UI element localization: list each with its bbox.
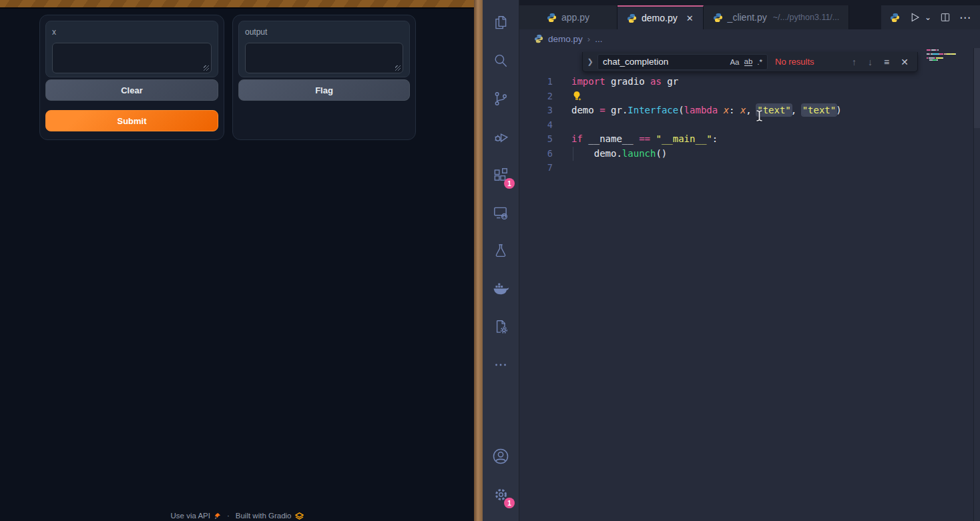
whole-word-icon[interactable]: ab: [744, 57, 753, 66]
scrollbar-track[interactable]: [973, 48, 980, 521]
input-textarea[interactable]: [52, 43, 212, 73]
run-and-debug-icon[interactable]: [485, 121, 517, 153]
window-divider[interactable]: [474, 0, 483, 521]
clear-button[interactable]: Clear: [45, 79, 218, 101]
resize-handle-icon[interactable]: [204, 65, 209, 71]
footer-dot: ·: [227, 512, 230, 520]
match-case-icon[interactable]: Aa: [730, 58, 739, 66]
gradio-interface: x Clear Submit output Flag: [39, 15, 416, 140]
input-label: x: [52, 27, 212, 37]
split-editor-icon[interactable]: [940, 12, 951, 23]
tab-client-py[interactable]: _client.py ~/.../python3.11/...: [704, 5, 850, 29]
use-via-api-label: Use via API: [170, 512, 210, 520]
line-number: 4: [519, 118, 553, 133]
code-line[interactable]: 4: [519, 118, 972, 133]
line-number: 7: [519, 161, 553, 175]
tab-close-icon[interactable]: ✕: [686, 13, 694, 23]
code-line[interactable]: 2: [519, 89, 972, 104]
python-file-icon: [713, 13, 723, 23]
regex-icon[interactable]: .*: [757, 58, 762, 66]
explorer-icon[interactable]: [485, 7, 517, 39]
code-line[interactable]: 5if __name__ == "__main__":: [519, 132, 972, 147]
output-column-group: output Flag: [232, 15, 416, 140]
editor-actions: ⌄ ⋯: [881, 5, 980, 29]
find-results-text: No results: [775, 57, 814, 67]
close-find-icon[interactable]: ✕: [901, 57, 909, 67]
breadcrumb[interactable]: demo.py › ...: [519, 29, 980, 48]
progress-stripe-bar: [0, 0, 474, 9]
find-nav: ↑ ↓ ≡ ✕: [852, 57, 917, 67]
line-number: 1: [519, 75, 553, 89]
previous-match-icon[interactable]: ↑: [852, 57, 856, 67]
code-line[interactable]: 3demo = gr.Interface(lambda x: x, "text"…: [519, 103, 972, 118]
settings-badge: 1: [504, 498, 515, 508]
line-number: 3: [519, 103, 553, 118]
more-views-icon[interactable]: [485, 349, 517, 381]
toggle-replace-chevron-icon[interactable]: ❯: [583, 57, 597, 66]
remote-explorer-icon[interactable]: [485, 197, 517, 229]
line-number: 2: [519, 89, 553, 104]
python-file-icon: [534, 34, 543, 43]
tab-description: ~/.../python3.11/...: [773, 13, 840, 22]
run-button[interactable]: [909, 11, 921, 23]
find-input[interactable]: chat_completion Aa ab .*: [597, 54, 768, 70]
built-with-gradio-link[interactable]: Built with Gradio: [236, 512, 304, 520]
line-number: 6: [519, 147, 553, 161]
api-rocket-icon: [214, 512, 221, 520]
next-match-icon[interactable]: ↓: [868, 57, 873, 67]
python-interpreter-icon[interactable]: [890, 13, 900, 23]
find-query-text: chat_completion: [603, 57, 725, 67]
activity-bar: 1 1: [483, 0, 519, 521]
gradio-footer: Use via API · Built with Gradio: [0, 512, 474, 520]
flag-button[interactable]: Flag: [238, 79, 410, 101]
built-with-gradio-label: Built with Gradio: [236, 512, 292, 520]
vscode-window: 1 1 app.py: [483, 0, 980, 521]
code-editor[interactable]: ❯ chat_completion Aa ab .* No results ↑ …: [519, 48, 980, 521]
breadcrumb-file[interactable]: demo.py: [548, 34, 583, 44]
output-textarea[interactable]: [245, 43, 403, 73]
tab-app-py[interactable]: app.py: [519, 5, 618, 29]
use-via-api-link[interactable]: Use via API: [170, 512, 220, 520]
source-control-icon[interactable]: [485, 83, 517, 115]
settings-gear-icon[interactable]: 1: [485, 478, 517, 510]
gradio-app-pane: x Clear Submit output Flag Use via API ·: [0, 0, 474, 521]
breadcrumb-more[interactable]: ...: [595, 34, 602, 44]
code-line[interactable]: 1import gradio as gr: [519, 75, 972, 89]
tab-label: demo.py: [642, 13, 678, 23]
submit-button[interactable]: Submit: [45, 110, 218, 131]
task-runner-icon[interactable]: [485, 311, 517, 343]
lightbulb-icon[interactable]: [571, 91, 582, 101]
more-actions-icon[interactable]: ⋯: [959, 11, 971, 25]
extensions-icon[interactable]: 1: [485, 159, 517, 191]
resize-handle-icon[interactable]: [395, 65, 401, 71]
code-line[interactable]: 6 demo.launch(): [519, 147, 972, 161]
python-file-icon: [547, 13, 557, 23]
run-dropdown-chevron-icon[interactable]: ⌄: [925, 13, 931, 22]
breadcrumb-separator: ›: [587, 34, 590, 44]
testing-beaker-icon[interactable]: [485, 235, 517, 267]
docker-icon[interactable]: [485, 273, 517, 305]
tab-bar: app.py demo.py ✕ _client.py ~/.../python…: [519, 0, 980, 29]
code-area: 1import gradio as gr23demo = gr.Interfac…: [519, 75, 972, 175]
find-in-selection-icon[interactable]: ≡: [884, 57, 889, 67]
tab-label: app.py: [561, 12, 589, 23]
output-label: output: [245, 27, 403, 37]
python-file-icon: [627, 13, 637, 23]
find-widget: ❯ chat_completion Aa ab .* No results ↑ …: [582, 52, 918, 72]
code-line[interactable]: 7: [519, 161, 972, 175]
tab-demo-py[interactable]: demo.py ✕: [618, 5, 704, 29]
input-block: x: [45, 21, 218, 77]
extensions-badge: 1: [504, 178, 515, 189]
minimap[interactable]: [927, 49, 967, 63]
tab-label: _client.py: [728, 12, 767, 23]
line-number: 5: [519, 132, 553, 147]
gradio-logo-icon: [295, 512, 304, 520]
output-block: output: [238, 21, 410, 77]
search-icon[interactable]: [485, 45, 517, 77]
scrollbar-thumb[interactable]: [974, 48, 980, 128]
account-icon[interactable]: [485, 440, 517, 472]
input-column-group: x Clear Submit: [39, 15, 224, 140]
editor-shell: app.py demo.py ✕ _client.py ~/.../python…: [519, 0, 980, 521]
